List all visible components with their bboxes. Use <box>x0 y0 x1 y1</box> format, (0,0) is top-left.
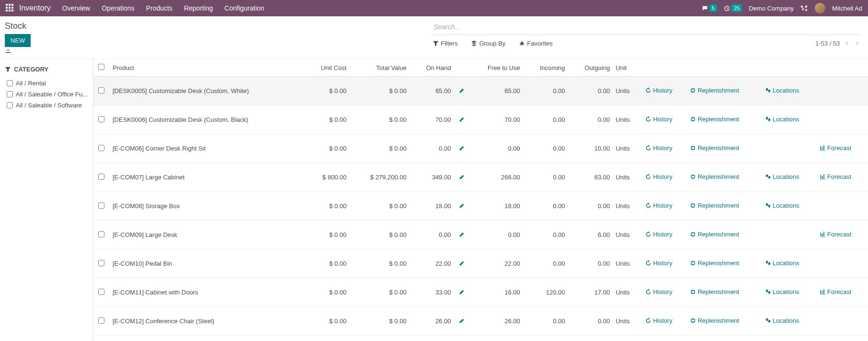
replenishment-link[interactable]: Replenishment <box>690 116 739 123</box>
col-incoming[interactable]: Incoming <box>524 59 569 77</box>
col-unit[interactable]: Unit <box>614 59 642 77</box>
replenishment-link[interactable]: Replenishment <box>690 202 739 209</box>
favorites-button[interactable]: Favorites <box>519 40 552 47</box>
row-checkbox[interactable] <box>98 289 104 295</box>
pager-text[interactable]: 1-53 / 53 <box>815 40 840 47</box>
sidebar-item[interactable]: All / Rental <box>5 78 88 89</box>
nav-products[interactable]: Products <box>146 4 172 12</box>
chat-button[interactable]: 5 <box>702 4 717 12</box>
history-link[interactable]: History <box>645 144 672 152</box>
table-row[interactable]: [DESK0005] Customizable Desk (Custom, Wh… <box>93 77 868 106</box>
cell-incoming: 0.00 <box>524 77 569 106</box>
locations-link[interactable]: Locations <box>765 116 799 123</box>
table-row[interactable]: [E-COM07] Large Cabinet$ 800.00$ 279,200… <box>93 163 868 192</box>
row-checkbox[interactable] <box>98 145 104 151</box>
sidebar-item[interactable]: All / Saleable / Software <box>5 100 88 111</box>
avatar[interactable] <box>815 3 825 13</box>
forecast-link[interactable]: Forecast <box>820 173 852 180</box>
groupby-button[interactable]: Group By <box>471 40 505 47</box>
nav-reporting[interactable]: Reporting <box>184 4 213 12</box>
col-product[interactable]: Product <box>109 59 305 77</box>
col-on-hand[interactable]: On Hand <box>411 59 455 77</box>
cell-outgoing: 0.00 <box>569 77 614 106</box>
row-checkbox[interactable] <box>98 317 104 324</box>
history-link[interactable]: History <box>645 317 672 324</box>
filters-button[interactable]: Filters <box>433 40 457 47</box>
forecast-link[interactable]: Forecast <box>820 288 852 295</box>
cell-on-hand: 33.00 <box>411 278 455 307</box>
edit-icon[interactable] <box>458 109 465 130</box>
row-checkbox[interactable] <box>98 260 104 266</box>
edit-icon[interactable] <box>458 253 465 274</box>
history-link[interactable]: History <box>645 288 672 295</box>
edit-icon[interactable] <box>458 224 465 245</box>
apps-icon[interactable] <box>6 4 14 12</box>
locations-link[interactable]: Locations <box>765 317 799 324</box>
category-checkbox[interactable] <box>7 102 13 108</box>
replenishment-link[interactable]: Replenishment <box>690 259 739 267</box>
cell-outgoing: 0.00 <box>569 106 614 134</box>
history-link[interactable]: History <box>645 87 672 94</box>
brand-label[interactable]: Inventory <box>19 4 51 12</box>
debug-icon[interactable] <box>800 4 808 12</box>
pager-next[interactable]: › <box>854 39 860 47</box>
replenishment-link[interactable]: Replenishment <box>690 87 739 94</box>
edit-icon[interactable] <box>458 311 465 331</box>
replenishment-link[interactable]: Replenishment <box>690 231 739 238</box>
edit-icon[interactable] <box>458 81 465 101</box>
table-row[interactable]: [E-COM06] Corner Desk Right Sit$ 0.00$ 0… <box>93 134 868 163</box>
history-link[interactable]: History <box>645 202 672 209</box>
row-checkbox[interactable] <box>98 174 104 180</box>
edit-icon[interactable] <box>458 282 465 303</box>
sidebar-item[interactable]: All / Saleable / Office Fu... <box>5 89 88 100</box>
row-checkbox[interactable] <box>98 116 104 122</box>
edit-icon[interactable] <box>458 138 465 159</box>
export-button[interactable] <box>5 47 433 54</box>
edit-icon[interactable] <box>458 196 465 216</box>
forecast-link[interactable]: Forecast <box>820 144 852 152</box>
history-link[interactable]: History <box>645 259 672 267</box>
col-free[interactable]: Free to Use <box>469 59 524 77</box>
table-row[interactable]: [E-COM11] Cabinet with Doors$ 0.00$ 0.00… <box>93 278 868 307</box>
nav-overview[interactable]: Overview <box>62 4 90 12</box>
filter-icon <box>433 40 439 47</box>
table-row[interactable]: [E-COM10] Pedal Bin$ 0.00$ 0.0022.0022.0… <box>93 249 868 278</box>
replenishment-link[interactable]: Replenishment <box>690 173 739 180</box>
locations-link[interactable]: Locations <box>765 173 799 180</box>
select-all-checkbox[interactable] <box>98 64 104 70</box>
nav-configuration[interactable]: Configuration <box>225 4 264 12</box>
forecast-link[interactable]: Forecast <box>820 231 852 238</box>
locations-link[interactable]: Locations <box>765 202 799 209</box>
replenishment-link[interactable]: Replenishment <box>690 144 739 152</box>
replenishment-link[interactable]: Replenishment <box>690 288 739 295</box>
col-outgoing[interactable]: Outgoing <box>569 59 614 77</box>
locations-link[interactable]: Locations <box>765 87 799 94</box>
history-link[interactable]: History <box>645 116 672 123</box>
col-total-value[interactable]: Total Value <box>350 59 410 77</box>
category-checkbox[interactable] <box>7 80 13 86</box>
locations-link[interactable]: Locations <box>765 288 799 295</box>
activity-button[interactable]: 25 <box>724 4 742 12</box>
replenishment-link[interactable]: Replenishment <box>690 317 739 324</box>
table-row[interactable]: [E-COM13] Conference Chair (Aluminium)$ … <box>93 336 868 341</box>
row-checkbox[interactable] <box>98 231 104 237</box>
table-row[interactable]: [E-COM09] Large Desk$ 0.00$ 0.000.000.00… <box>93 221 868 249</box>
cell-unit-cost: $ 0.00 <box>305 77 351 106</box>
col-unit-cost[interactable]: Unit Cost <box>305 59 351 77</box>
nav-operations[interactable]: Operations <box>102 4 134 12</box>
company-label[interactable]: Demo Company <box>749 5 794 12</box>
edit-icon[interactable] <box>458 167 465 188</box>
locations-link[interactable]: Locations <box>765 259 799 267</box>
table-row[interactable]: [E-COM12] Conference Chair (Steel)$ 0.00… <box>93 307 868 336</box>
user-label[interactable]: Mitchell Ad <box>832 5 862 12</box>
new-button[interactable]: NEW <box>5 34 31 47</box>
pager-prev[interactable]: ‹ <box>844 39 850 47</box>
row-checkbox[interactable] <box>98 87 104 94</box>
category-checkbox[interactable] <box>7 91 13 97</box>
search-input[interactable] <box>433 21 860 33</box>
table-row[interactable]: [DESK0006] Customizable Desk (Custom, Bl… <box>93 106 868 134</box>
history-link[interactable]: History <box>645 231 672 238</box>
table-row[interactable]: [E-COM08] Storage Box$ 0.00$ 0.0018.0018… <box>93 192 868 221</box>
row-checkbox[interactable] <box>98 202 104 209</box>
history-link[interactable]: History <box>645 173 672 180</box>
